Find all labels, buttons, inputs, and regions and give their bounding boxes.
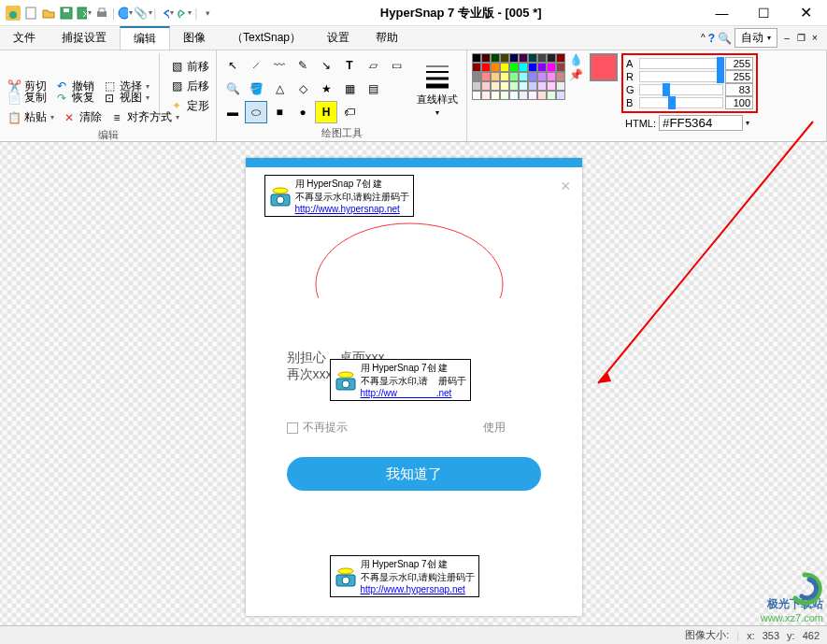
redo-qat-icon[interactable]: [177, 6, 192, 21]
search-icon[interactable]: 🔍: [718, 32, 732, 45]
tool-text[interactable]: T: [338, 54, 361, 77]
close-button[interactable]: ✕: [785, 0, 827, 26]
camera-icon: [269, 185, 292, 208]
new-icon[interactable]: [23, 6, 38, 21]
eyedropper-icon[interactable]: 💧: [569, 53, 583, 66]
tool-curve[interactable]: 〰: [268, 54, 291, 77]
tool-ellipse[interactable]: ⬭: [245, 101, 267, 123]
tool-arrow[interactable]: ↘: [315, 54, 337, 77]
print-icon[interactable]: [94, 6, 109, 21]
tab-file[interactable]: 文件: [0, 26, 49, 50]
argb-sliders: A255 R255 G83 B100: [621, 53, 758, 113]
dont-show-checkbox[interactable]: 不再提示 使用: [287, 420, 506, 436]
maximize-button[interactable]: ☐: [743, 0, 785, 26]
tool-pencil[interactable]: ✎: [292, 54, 314, 77]
watermark-link[interactable]: http://ww .net: [361, 388, 452, 398]
blue-slider[interactable]: [639, 97, 723, 108]
document[interactable]: × 用 HyperSnap 7创 建不再显示水印,请购注册码于http://ww…: [246, 158, 582, 616]
group-label-tools: 绘图工具: [221, 124, 462, 140]
drawing-tools-grid: ↖ ⟋ 〰 ✎ ↘ T ▱ ▭ 🔍 🪣 △ ◇ ★ ▦ ▤ ▬ ⬭ ■ ●: [221, 54, 407, 123]
undo-qat-icon[interactable]: [159, 6, 174, 21]
save-icon[interactable]: [59, 6, 74, 21]
tool-erase[interactable]: ▭: [385, 54, 407, 77]
tab-help[interactable]: 帮助: [363, 26, 411, 50]
tool-rect[interactable]: ▬: [221, 101, 244, 123]
green-value[interactable]: 83: [725, 83, 753, 96]
html-color-input[interactable]: [659, 115, 743, 131]
tool-line[interactable]: ⟋: [245, 54, 267, 77]
green-slider[interactable]: [639, 84, 723, 95]
cursor-y: 462: [803, 630, 820, 641]
svg-point-18: [342, 380, 349, 388]
menu-up-icon[interactable]: ^: [701, 33, 706, 43]
align-button[interactable]: ≡对齐方式: [107, 108, 181, 126]
watermark-link[interactable]: http://www.hypersnap.net: [295, 204, 400, 214]
checkbox-icon[interactable]: [287, 422, 298, 434]
mdi-restore[interactable]: ❐: [794, 33, 807, 43]
current-color-swatch[interactable]: [590, 53, 618, 81]
svg-rect-7: [99, 8, 105, 12]
watermark-link[interactable]: http://www.hypersnap.net: [361, 584, 465, 594]
mdi-close[interactable]: ×: [808, 33, 821, 43]
tool-poly[interactable]: △: [268, 78, 291, 100]
pin-icon[interactable]: 📌: [569, 68, 583, 81]
red-value[interactable]: 255: [725, 70, 753, 83]
tool-blank3[interactable]: [385, 101, 407, 123]
cursor-y-label: y:: [787, 630, 795, 641]
tool-highlight[interactable]: H: [315, 101, 337, 123]
tool-note[interactable]: ▦: [338, 78, 361, 100]
tool-blank2[interactable]: [362, 101, 384, 123]
web-icon[interactable]: [118, 6, 133, 21]
ribbon-group-tools: ↖ ⟋ 〰 ✎ ↘ T ▱ ▭ 🔍 🪣 △ ◇ ★ ▦ ▤ ▬ ⬭ ■ ●: [217, 50, 467, 141]
help-icon[interactable]: ?: [708, 32, 715, 45]
watermark-top: 用 HyperSnap 7创 建不再显示水印,请购注册码于http://www.…: [264, 175, 415, 217]
open-icon[interactable]: [41, 6, 56, 21]
color-swatches[interactable]: [472, 53, 565, 131]
ok-button[interactable]: 我知道了: [287, 457, 541, 491]
alpha-value[interactable]: 255: [725, 57, 753, 70]
blue-value[interactable]: 100: [725, 96, 753, 109]
tool-closed[interactable]: ◇: [292, 78, 314, 100]
ribbon-group-edit: ✂️剪切 ↶撤销 ⬚选择 ▧前移 ▨后移 ✦定形 📄复制 ↷恢复 ⊡视图: [0, 50, 217, 141]
tool-rect-fill[interactable]: ■: [268, 101, 291, 123]
save-as-icon[interactable]: [77, 6, 92, 21]
tool-ellipse-fill[interactable]: ●: [292, 101, 314, 123]
tab-textsnap[interactable]: （TextSnap）: [219, 26, 314, 50]
tool-stamp[interactable]: 🏷: [338, 101, 361, 123]
tab-capture[interactable]: 捕捉设置: [49, 26, 120, 50]
tool-shade[interactable]: ▤: [362, 78, 384, 100]
dialog-close-icon[interactable]: ×: [561, 177, 571, 196]
qat-dropdown-icon[interactable]: ▾: [200, 6, 215, 21]
copy-button[interactable]: 📄复制: [5, 89, 49, 107]
window-controls: — ☐ ✕: [701, 0, 827, 26]
canvas-area[interactable]: × 用 HyperSnap 7创 建不再显示水印,请购注册码于http://ww…: [0, 142, 827, 625]
tab-edit[interactable]: 编辑: [120, 26, 170, 50]
color-dropdown-icon[interactable]: ▾: [746, 119, 749, 127]
tool-callout[interactable]: ▱: [362, 54, 384, 77]
cursor-x: 353: [763, 630, 779, 641]
attach-icon[interactable]: 📎: [135, 6, 150, 21]
svg-point-19: [338, 568, 353, 574]
menu-bar: 文件 捕捉设置 编辑 图像 （TextSnap） 设置 帮助 ^ ? 🔍 自动▾…: [0, 26, 827, 50]
tool-zoom[interactable]: 🔍: [221, 78, 244, 100]
line-style-button[interactable]: 直线样式 ▾: [413, 59, 462, 119]
mdi-minimize[interactable]: –: [780, 33, 793, 43]
view-button[interactable]: ⊡视图: [100, 89, 151, 107]
ribbon: ✂️剪切 ↶撤销 ⬚选择 ▧前移 ▨后移 ✦定形 📄复制 ↷恢复 ⊡视图: [0, 50, 827, 142]
tab-image[interactable]: 图像: [170, 26, 219, 50]
ribbon-group-color: 💧 📌 A255 R255 G83 B100 HTML:▾: [467, 50, 827, 141]
redo-button[interactable]: ↷恢复: [52, 89, 96, 107]
minimize-button[interactable]: —: [701, 0, 743, 26]
tab-settings[interactable]: 设置: [314, 26, 363, 50]
tool-flood[interactable]: 🪣: [245, 78, 267, 100]
tool-star[interactable]: ★: [315, 78, 337, 100]
alpha-slider[interactable]: [639, 58, 723, 69]
tool-blank1[interactable]: [385, 78, 407, 100]
svg-point-1: [9, 11, 17, 19]
quick-access-toolbar: | 📎 | | ▾: [0, 6, 221, 21]
clear-button[interactable]: ✕清除: [60, 108, 104, 126]
tool-pointer[interactable]: ↖: [221, 54, 244, 77]
red-slider[interactable]: [639, 71, 723, 82]
paste-button[interactable]: 📋粘贴: [5, 108, 56, 126]
zoom-selector[interactable]: 自动▾: [734, 28, 777, 48]
